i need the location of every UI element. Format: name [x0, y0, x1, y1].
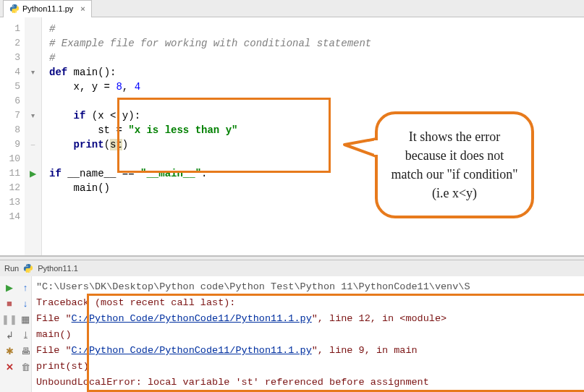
run-panel-header: Run Python11.1: [0, 260, 584, 276]
stop-button[interactable]: ■: [3, 297, 16, 310]
callout-tail-icon: [343, 135, 378, 161]
traceback-code: print(st): [36, 359, 580, 375]
fold-icon[interactable]: ▾: [25, 108, 41, 123]
layout-button[interactable]: ▦: [19, 312, 32, 325]
debug-button[interactable]: ✱: [3, 344, 16, 357]
soft-wrap-button[interactable]: ↲: [3, 328, 16, 341]
down-stack-button[interactable]: ↓: [19, 297, 32, 310]
print-button[interactable]: 🖶: [19, 344, 32, 357]
pause-button[interactable]: ❚❚: [3, 312, 16, 325]
traceback-file-link[interactable]: C:/Python Code/PythonCode11/Python11.1.p…: [72, 313, 312, 324]
traceback-file-link[interactable]: C:/Python Code/PythonCode11/Python11.1.p…: [72, 345, 312, 356]
code-area[interactable]: # # Example file for working with condit…: [42, 17, 584, 255]
python-file-icon: [9, 4, 20, 14]
tab-filename: Python11.1.py: [22, 4, 73, 13]
error-message: UnboundLocalError: local variable 'st' r…: [36, 375, 580, 391]
up-stack-button[interactable]: ↑: [19, 281, 32, 294]
marker-gutter: ▾ ▾ – ▶: [25, 17, 42, 255]
code-editor: 123 456 789 101112 1314 ▾ ▾ – ▶ # # Exam…: [0, 17, 584, 256]
fold-icon[interactable]: ▾: [25, 65, 41, 80]
fold-end-icon[interactable]: –: [25, 137, 41, 152]
run-label: Run: [4, 264, 19, 273]
line-number-gutter: 123 456 789 101112 1314: [0, 17, 25, 255]
editor-tab[interactable]: Python11.1.py ×: [3, 0, 92, 17]
close-panel-button[interactable]: ✕: [3, 360, 16, 373]
clear-button[interactable]: 🗑: [19, 360, 32, 373]
callout-text: It shows the error because it does not m…: [375, 111, 534, 218]
traceback-line: File "C:/Python Code/PythonCode11/Python…: [36, 311, 580, 327]
command-line: "C:\Users\DK\Desktop\Python code\Python …: [36, 279, 580, 295]
scroll-to-end-button[interactable]: ⤓: [19, 328, 32, 341]
traceback-code: main(): [36, 327, 580, 343]
output-panel: ▶ ↑ ■ ↓ ❚❚ ▦ ↲ ⤓ ✱ 🖶 ✕ 🗑 "C:\Users\DK\De…: [0, 276, 584, 392]
traceback-header: Traceback (most recent call last):: [36, 295, 580, 311]
rerun-button[interactable]: ▶: [3, 281, 16, 294]
annotation-callout: It shows the error because it does not m…: [375, 111, 534, 234]
console-output[interactable]: "C:\Users\DK\Desktop\Python code\Python …: [32, 276, 584, 392]
output-toolbar: ▶ ↑ ■ ↓ ❚❚ ▦ ↲ ⤓ ✱ 🖶 ✕ 🗑: [0, 276, 32, 392]
python-run-icon: [23, 263, 33, 273]
run-line-icon[interactable]: ▶: [25, 166, 41, 181]
editor-tab-bar: Python11.1.py ×: [0, 0, 584, 17]
run-config-name: Python11.1: [38, 264, 78, 273]
tab-close-icon[interactable]: ×: [80, 4, 85, 13]
traceback-line: File "C:/Python Code/PythonCode11/Python…: [36, 343, 580, 359]
